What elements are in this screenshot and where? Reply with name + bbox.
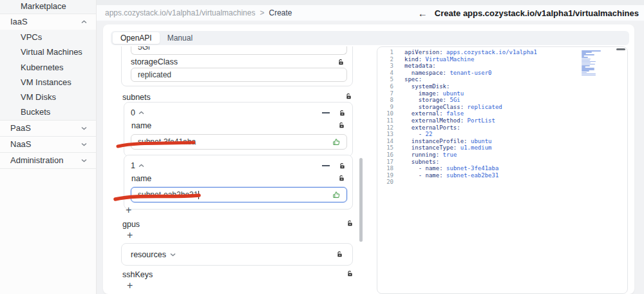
sidebar-group-naas[interactable]: NaaS xyxy=(0,137,96,152)
sidebar-item-vpcs[interactable]: VPCs xyxy=(0,30,96,44)
form-scrollbar[interactable] xyxy=(359,46,363,294)
thumbs-up-icon[interactable] xyxy=(332,138,341,148)
code-line-13[interactable]: 13 - 22 xyxy=(377,131,627,138)
line-number: 8 xyxy=(377,97,393,104)
line-number: 10 xyxy=(377,110,393,117)
add-subnet-button[interactable]: + xyxy=(126,205,131,215)
sidebar-group-label: PaaS xyxy=(10,121,31,136)
header-band: apps.cozystack.io/v1alpha1/virtualmachin… xyxy=(97,5,644,21)
subnet-name-label: name xyxy=(131,121,151,130)
breadcrumb-separator: > xyxy=(260,8,264,17)
subnet-item-card-0: 0namesubnet-3fe41aba xyxy=(124,102,353,157)
line-content: instanceProfile: ubuntu xyxy=(393,138,491,145)
line-number: 11 xyxy=(377,117,393,124)
subnet-name-value: subnet-3fe41aba xyxy=(138,137,196,146)
lock-icon xyxy=(346,270,354,277)
code-line-6[interactable]: 6 systemDisk: xyxy=(377,83,627,90)
subnet-name-input-0[interactable]: subnet-3fe41aba xyxy=(131,134,347,150)
storage-input[interactable]: 5Gi xyxy=(131,46,347,55)
thumbs-up-icon[interactable] xyxy=(332,191,341,201)
lock-icon xyxy=(338,122,345,129)
minimap-line xyxy=(582,74,596,75)
scrollbar-thumb[interactable] xyxy=(359,158,363,242)
gpus-label: gpus xyxy=(122,220,140,229)
breadcrumb-path[interactable]: apps.cozystack.io/v1alpha1/virtualmachin… xyxy=(105,8,255,17)
line-content: externalMethod: PortList xyxy=(393,117,495,124)
code-line-7[interactable]: 7 image: ubuntu xyxy=(377,90,627,97)
line-content: subnets: xyxy=(393,159,439,166)
code-line-9[interactable]: 9 storageClass: replicated xyxy=(377,104,627,111)
line-content: image: ubuntu xyxy=(393,90,464,97)
storageclass-input[interactable]: replicated xyxy=(131,68,347,82)
back-arrow-icon[interactable]: ← xyxy=(418,8,428,18)
chevron-down-icon xyxy=(81,142,87,146)
line-number: 16 xyxy=(377,152,393,159)
code-line-8[interactable]: 8 storage: 5Gi xyxy=(377,97,627,104)
line-content: - 22 xyxy=(393,131,432,138)
line-content: external: false xyxy=(393,110,464,117)
minimap-line xyxy=(582,60,590,61)
code-line-11[interactable]: 11 externalMethod: PortList xyxy=(377,117,627,124)
storageclass-input-value: replicated xyxy=(138,70,171,79)
line-content: apiVersion: apps.cozystack.io/v1alpha1 xyxy=(393,49,537,56)
subnet-name-input-1[interactable]: subnet-eab2be31 xyxy=(131,187,347,202)
sidebar-item-virtual-machines[interactable]: Virtual Machines xyxy=(0,44,96,59)
sidebar-group-label: IaaS xyxy=(10,14,28,30)
code-line-12[interactable]: 12 externalPorts: xyxy=(377,124,627,132)
code-line-10[interactable]: 10 external: false xyxy=(377,110,627,117)
code-line-14[interactable]: 14 instanceProfile: ubuntu xyxy=(377,138,627,145)
remove-item-icon[interactable] xyxy=(322,162,330,170)
subnets-label: subnets xyxy=(122,93,151,102)
sidebar-item-buckets[interactable]: Buckets xyxy=(0,104,96,119)
code-line-16[interactable]: 16 running: true xyxy=(377,152,627,159)
lock-icon xyxy=(339,162,346,170)
sidebar-item-vm-disks[interactable]: VM Disks xyxy=(0,90,96,104)
line-number: 18 xyxy=(377,165,393,172)
subnet-item-card-1: 1namesubnet-eab2be31 xyxy=(124,155,353,210)
code-line-15[interactable]: 15 instanceType: u1.medium xyxy=(377,144,627,152)
subnet-item-toggle[interactable]: 0 xyxy=(131,108,144,117)
page-title: Create apps.cozystack.io/v1alpha1/virtua… xyxy=(435,8,639,18)
sshkeys-label: sshKeys xyxy=(122,270,153,279)
resources-toggle[interactable]: resources xyxy=(131,250,176,259)
minimap-line xyxy=(582,70,589,72)
subnet-name-value: subnet-eab2be31 xyxy=(138,190,198,199)
sidebar-group-paas[interactable]: PaaS xyxy=(0,121,96,136)
line-number: 14 xyxy=(377,138,393,145)
code-line-19[interactable]: 19 - name: subnet-eab2be31 xyxy=(377,172,627,179)
code-line-17[interactable]: 17 subnets: xyxy=(377,159,627,166)
sidebar-group-administration[interactable]: Administration xyxy=(0,153,96,168)
sidebar-item-marketplace[interactable]: Marketplace xyxy=(0,0,96,14)
code-line-5[interactable]: 5spec: xyxy=(377,76,627,83)
minimap-slider[interactable] xyxy=(616,48,625,50)
line-number: 3 xyxy=(377,63,393,70)
line-content: spec: xyxy=(393,76,422,83)
sidebar-group-iaas[interactable]: IaaS xyxy=(0,14,96,30)
sidebar-item-kubernetes[interactable]: Kubernetes xyxy=(0,60,96,75)
line-number: 7 xyxy=(377,90,393,97)
line-number: 20 xyxy=(377,179,393,186)
minimap-line xyxy=(582,72,587,74)
line-content: running: true xyxy=(393,152,457,159)
main-card: OpenAPI Manual 5Gi storageClass replicat… xyxy=(103,24,634,294)
add-sshkey-button[interactable]: + xyxy=(127,280,133,291)
line-content: storageClass: replicated xyxy=(393,104,502,111)
chevron-down-icon xyxy=(81,126,87,130)
tab-manual[interactable]: Manual xyxy=(160,32,200,44)
lock-icon xyxy=(339,110,346,117)
code-line-18[interactable]: 18 - name: subnet-3fe41aba xyxy=(377,165,627,172)
editor-minimap[interactable] xyxy=(582,50,611,77)
sidebar-item-vm-instances[interactable]: VM Instances xyxy=(0,75,96,90)
code-line-20[interactable]: 20 xyxy=(377,179,627,186)
line-number: 19 xyxy=(377,172,393,179)
lock-icon xyxy=(345,93,352,100)
subnet-item-toggle[interactable]: 1 xyxy=(131,161,144,170)
line-content: namespace: tenant-user0 xyxy=(393,70,491,77)
remove-item-icon[interactable] xyxy=(322,109,330,117)
line-number: 4 xyxy=(377,70,393,77)
add-gpu-button[interactable]: + xyxy=(127,230,133,240)
yaml-editor[interactable]: 1apiVersion: apps.cozystack.io/v1alpha12… xyxy=(377,46,628,294)
form-pane: 5Gi storageClass replicated subnets 0nam… xyxy=(103,46,368,294)
resources-label: resources xyxy=(131,250,166,259)
tab-openapi[interactable]: OpenAPI xyxy=(113,32,160,44)
